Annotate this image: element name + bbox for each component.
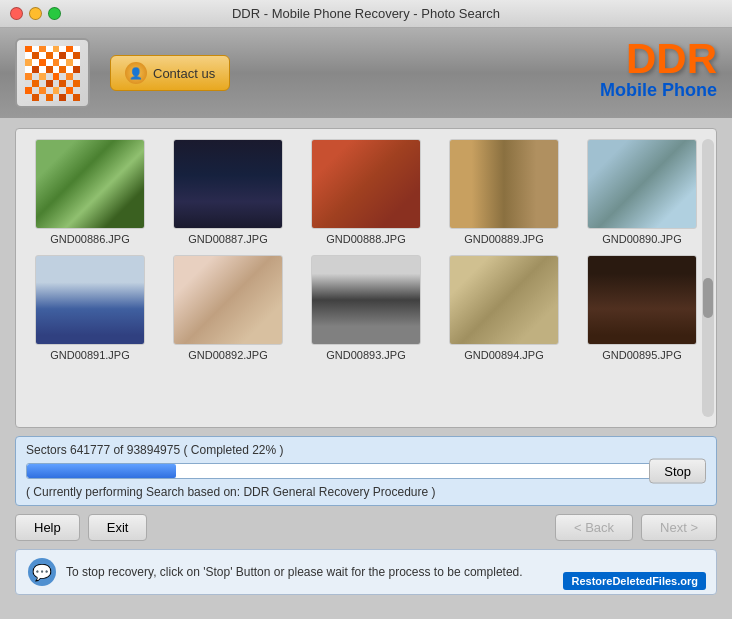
logo (15, 38, 90, 108)
photo-item[interactable]: GND00891.JPG (26, 255, 154, 361)
info-bar: 💬 To stop recovery, click on 'Stop' Butt… (15, 549, 717, 595)
photo-filename: GND00888.JPG (326, 233, 405, 245)
photo-item[interactable]: GND00889.JPG (440, 139, 568, 245)
photo-thumbnail (449, 255, 559, 345)
photo-thumbnail (173, 139, 283, 229)
photo-filename: GND00891.JPG (50, 349, 129, 361)
stop-button[interactable]: Stop (649, 459, 706, 484)
photo-item[interactable]: GND00888.JPG (302, 139, 430, 245)
photo-item[interactable]: GND00886.JPG (26, 139, 154, 245)
info-icon: 💬 (28, 558, 56, 586)
photo-thumbnail (311, 139, 421, 229)
contact-icon: 👤 (125, 62, 147, 84)
photo-filename: GND00893.JPG (326, 349, 405, 361)
mobile-subtitle: Mobile Phone (600, 80, 717, 101)
help-button[interactable]: Help (15, 514, 80, 541)
photo-filename: GND00895.JPG (602, 349, 681, 361)
main-content: GND00886.JPGGND00887.JPGGND00888.JPGGND0… (0, 118, 732, 605)
photo-filename: GND00887.JPG (188, 233, 267, 245)
photo-thumbnail (35, 139, 145, 229)
photo-filename: GND00886.JPG (50, 233, 129, 245)
contact-button[interactable]: 👤 Contact us (110, 55, 230, 91)
photo-filename: GND00890.JPG (602, 233, 681, 245)
contact-label: Contact us (153, 66, 215, 81)
next-button[interactable]: Next > (641, 514, 717, 541)
photo-filename: GND00892.JPG (188, 349, 267, 361)
progress-bar-fill (27, 464, 176, 478)
logo-checkerboard (25, 46, 80, 101)
photo-item[interactable]: GND00894.JPG (440, 255, 568, 361)
photo-thumbnail (35, 255, 145, 345)
photo-item[interactable]: GND00895.JPG (578, 255, 706, 361)
photo-filename: GND00894.JPG (464, 349, 543, 361)
photo-grid-container[interactable]: GND00886.JPGGND00887.JPGGND00888.JPGGND0… (15, 128, 717, 428)
photo-filename: GND00889.JPG (464, 233, 543, 245)
scrollbar-track[interactable] (702, 139, 714, 417)
photo-thumbnail (449, 139, 559, 229)
ddr-branding: DDR Mobile Phone (600, 38, 717, 101)
sector-text: Sectors 641777 of 93894975 ( Completed 2… (26, 443, 706, 457)
photo-grid: GND00886.JPGGND00887.JPGGND00888.JPGGND0… (26, 139, 706, 361)
progress-bar-container (26, 463, 706, 479)
window-title: DDR - Mobile Phone Recovery - Photo Sear… (232, 6, 500, 21)
exit-button[interactable]: Exit (88, 514, 148, 541)
header: 👤 Contact us DDR Mobile Phone (0, 28, 732, 118)
title-bar: DDR - Mobile Phone Recovery - Photo Sear… (0, 0, 732, 28)
close-button[interactable] (10, 7, 23, 20)
progress-area: Sectors 641777 of 93894975 ( Completed 2… (15, 436, 717, 506)
photo-thumbnail (173, 255, 283, 345)
ddr-title: DDR (600, 38, 717, 80)
minimize-button[interactable] (29, 7, 42, 20)
photo-thumbnail (587, 255, 697, 345)
progress-status: ( Currently performing Search based on: … (26, 485, 706, 499)
button-row: Help Exit < Back Next > (15, 514, 717, 541)
restore-badge: RestoreDeletedFiles.org (563, 572, 706, 590)
info-message: To stop recovery, click on 'Stop' Button… (66, 565, 523, 579)
photo-item[interactable]: GND00893.JPG (302, 255, 430, 361)
photo-thumbnail (587, 139, 697, 229)
maximize-button[interactable] (48, 7, 61, 20)
photo-item[interactable]: GND00887.JPG (164, 139, 292, 245)
window-controls (10, 7, 61, 20)
photo-item[interactable]: GND00890.JPG (578, 139, 706, 245)
photo-item[interactable]: GND00892.JPG (164, 255, 292, 361)
scrollbar-thumb[interactable] (703, 278, 713, 318)
photo-thumbnail (311, 255, 421, 345)
back-button[interactable]: < Back (555, 514, 633, 541)
